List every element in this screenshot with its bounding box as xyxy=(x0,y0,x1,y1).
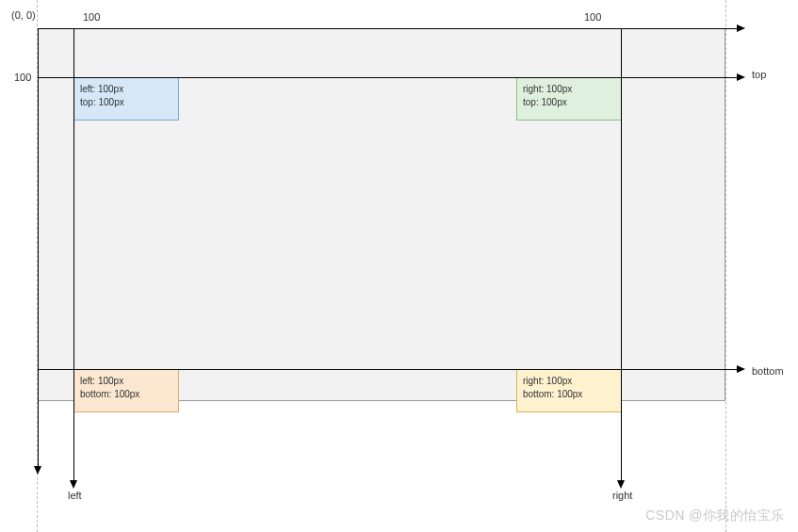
axis-label-left: left xyxy=(68,490,82,501)
guide-right-dashed xyxy=(725,0,726,532)
box-prop-line: top: 100px xyxy=(523,96,615,109)
box-bottom-right: right: 100px bottom: 100px xyxy=(516,369,622,412)
tick-right-100: 100 xyxy=(584,11,601,23)
arrowhead-down-icon xyxy=(617,480,625,489)
left-guideline xyxy=(73,28,74,480)
right-guideline xyxy=(621,28,622,480)
box-prop-line: bottom: 100px xyxy=(523,388,615,401)
box-prop-line: right: 100px xyxy=(523,83,615,96)
arrowhead-right-icon xyxy=(737,73,745,81)
arrowhead-down-icon xyxy=(70,480,77,489)
x-axis-arrow xyxy=(38,28,737,29)
box-bottom-left: left: 100px bottom: 100px xyxy=(73,369,179,412)
axis-label-bottom: bottom xyxy=(752,365,784,377)
box-top-left: left: 100px top: 100px xyxy=(73,77,179,121)
tick-top-100: 100 xyxy=(83,11,100,23)
box-prop-line: top: 100px xyxy=(80,96,172,109)
axis-label-top: top xyxy=(752,69,766,80)
origin-label: (0, 0) xyxy=(11,9,36,21)
top-guideline xyxy=(38,77,737,78)
arrowhead-right-icon xyxy=(737,24,745,32)
box-prop-line: bottom: 100px xyxy=(80,388,172,401)
arrowhead-down-icon xyxy=(34,466,41,475)
tick-left-100: 100 xyxy=(14,72,31,83)
box-prop-line: left: 100px xyxy=(80,375,172,388)
bottom-guideline xyxy=(38,369,737,370)
watermark-text: CSDN @你我的怡宝乐 xyxy=(645,508,785,524)
box-top-right: right: 100px top: 100px xyxy=(516,77,622,121)
arrowhead-right-icon xyxy=(737,365,745,373)
box-prop-line: left: 100px xyxy=(80,83,172,96)
y-axis-arrow xyxy=(38,28,39,466)
box-prop-line: right: 100px xyxy=(523,375,615,388)
axis-label-right: right xyxy=(612,490,632,501)
